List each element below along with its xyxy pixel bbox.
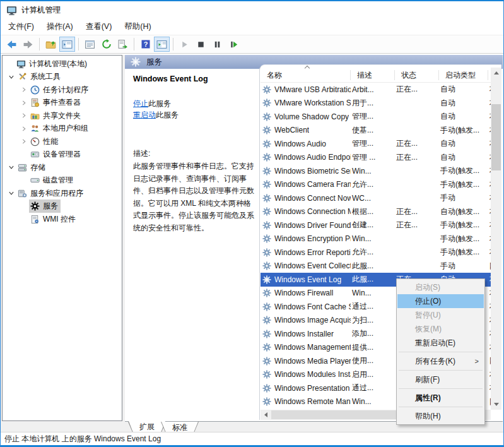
service-row[interactable]: VMware USB Arbitration ... Arbit... 正在..…: [261, 83, 491, 97]
toolbar-separator: [173, 38, 173, 51]
tree-item[interactable]: 计算机管理(本地): [3, 57, 122, 71]
service-name: VMware Workstation Ser...: [274, 98, 351, 107]
menu-file[interactable]: 文件(F): [2, 19, 40, 35]
service-status-cell: 正在...: [395, 152, 439, 163]
stop-service-link[interactable]: 停止: [133, 99, 148, 108]
tree-expander-icon[interactable]: [19, 124, 29, 133]
service-gear-icon: [262, 384, 271, 393]
context-menu-item[interactable]: 帮助(H) >: [397, 409, 484, 423]
toolbar-separator: [78, 38, 79, 51]
service-row[interactable]: Windows Connection Ma... 根据... 正在... 自动(…: [261, 205, 491, 219]
service-gear-icon: [262, 370, 271, 379]
tree-expander-icon[interactable]: [19, 137, 29, 146]
service-description-cell: 使用...: [351, 355, 395, 366]
vertical-scrollbar-thumb[interactable]: [491, 104, 501, 170]
tree-item[interactable]: 存储: [3, 161, 122, 174]
tree-expander-icon[interactable]: [19, 85, 29, 94]
service-description-cell: 通过...: [351, 301, 395, 312]
pause-service-icon[interactable]: [209, 37, 225, 52]
tree-item[interactable]: 磁盘管理: [3, 174, 122, 188]
tree-item[interactable]: 任务计划程序: [3, 83, 122, 97]
tree-item-icon: [18, 163, 27, 172]
help-icon[interactable]: [138, 37, 153, 52]
service-row[interactable]: Windows Encryption Pro... Win... 手动(触发..…: [261, 232, 491, 246]
tree-expander-icon[interactable]: [19, 98, 29, 107]
scroll-up-icon[interactable]: [491, 68, 501, 78]
tree-item[interactable]: WMI 控件: [3, 213, 122, 226]
service-name: Windows Audio: [274, 140, 326, 148]
refresh-icon[interactable]: [98, 37, 114, 52]
scroll-down-icon[interactable]: [491, 399, 501, 410]
column-header-description[interactable]: 描述: [351, 70, 395, 80]
context-menu-item[interactable]: 所有任务(K) >: [397, 354, 484, 368]
tree-item[interactable]: 本地用户和组: [3, 122, 122, 136]
service-row[interactable]: Windows Event Collector 此服... 手动 网: [261, 259, 491, 273]
tree-item[interactable]: 设备管理器: [3, 148, 122, 162]
menu-help[interactable]: 帮助(H): [118, 19, 157, 35]
tree-item[interactable]: 共享文件夹: [3, 109, 122, 122]
tree-expander-icon[interactable]: [6, 163, 16, 172]
menu-action[interactable]: 操作(A): [40, 19, 79, 35]
service-row[interactable]: Volume Shadow Copy 管理... 自动 本: [261, 110, 491, 124]
back-icon[interactable]: [4, 37, 20, 52]
tree-item-label: 本地用户和组: [43, 123, 88, 134]
vertical-scrollbar[interactable]: [491, 68, 501, 410]
tree-item-icon: [18, 72, 27, 81]
service-description-cell: 允许...: [351, 179, 395, 190]
menu-view[interactable]: 查看(V): [79, 19, 119, 35]
service-row[interactable]: Windows Error Reportin... 允许... 手动(触发...…: [261, 246, 491, 259]
tree-expander-icon[interactable]: [6, 73, 16, 81]
tree-item[interactable]: 服务: [3, 200, 122, 213]
tree-item-label: 磁盘管理: [43, 175, 73, 186]
tree-item[interactable]: 系统工具: [3, 71, 122, 84]
start-service-icon[interactable]: [177, 37, 192, 52]
context-menu-item[interactable]: 属性(R) >: [397, 391, 484, 405]
service-row[interactable]: Windows Biometric Servi... Win... 手动(触发.…: [261, 164, 491, 178]
toolbar: [1, 35, 503, 54]
up-one-level-icon[interactable]: [43, 37, 59, 52]
service-gear-icon: [262, 316, 271, 325]
toolbar-separator: [134, 38, 134, 51]
show-console-tree-icon[interactable]: [59, 37, 75, 52]
service-gear-icon: [262, 234, 271, 243]
context-menu-item[interactable]: 暂停(U) >: [397, 308, 484, 322]
service-description-cell: 管理...: [351, 111, 395, 122]
service-name: Windows Event Log: [274, 275, 341, 284]
service-description-cell: 管理...: [351, 138, 395, 149]
service-row[interactable]: VMware Workstation Ser... 用于... 自动 本: [261, 97, 491, 110]
context-menu-item[interactable]: 停止(O) >: [397, 294, 484, 308]
tree-expander-icon[interactable]: [19, 111, 29, 120]
service-startup-type-cell: 自动: [439, 84, 488, 95]
properties-icon[interactable]: [82, 37, 98, 52]
restart-service-link[interactable]: 重启动: [133, 110, 156, 119]
forward-icon[interactable]: [20, 37, 36, 52]
service-row[interactable]: Windows Driver Foundati... 创建... 正在... 手…: [261, 218, 491, 232]
column-header-name[interactable]: 名称: [261, 70, 351, 80]
context-menu-item[interactable]: 启动(S) >: [397, 280, 484, 294]
service-row[interactable]: Windows Audio 管理... 正在... 自动 本: [261, 137, 491, 151]
service-row[interactable]: Windows Connect Now -... WC... 手动 本: [261, 191, 491, 205]
tree-expander-icon[interactable]: [6, 189, 16, 198]
context-menu-item[interactable]: 恢复(M) >: [397, 322, 484, 336]
tree-item[interactable]: 事件查看器: [3, 97, 122, 110]
tree-item[interactable]: 性能: [3, 135, 122, 148]
scroll-left-icon[interactable]: [261, 410, 271, 420]
restart-service-icon[interactable]: [226, 37, 242, 52]
show-action-pane-icon[interactable]: [154, 37, 170, 52]
context-menu-item[interactable]: 重新启动(E) >: [397, 336, 484, 350]
description-label: 描述:: [133, 148, 253, 159]
service-name: Windows Biometric Servi...: [274, 167, 351, 176]
column-header-status[interactable]: 状态: [395, 70, 439, 80]
column-header-startup-type[interactable]: 启动类型: [439, 70, 488, 80]
service-row[interactable]: Windows Camera Frame ... 允许... 手动(触发... …: [261, 178, 491, 192]
context-menu-item[interactable]: 刷新(F) >: [397, 372, 484, 386]
stop-service-icon[interactable]: [193, 37, 209, 52]
service-row[interactable]: WebClient 使基... 手动(触发... 本: [261, 124, 491, 138]
service-startup-type-cell: 自动: [439, 138, 488, 149]
service-name: WebClient: [274, 126, 309, 134]
export-list-icon[interactable]: [115, 37, 131, 52]
service-description-cell: 此服...: [351, 274, 395, 285]
service-row[interactable]: Windows Audio Endpoint... 管理 ... 正在... 自…: [261, 151, 491, 165]
context-menu-item-label: 恢复(M): [415, 324, 442, 335]
tree-item[interactable]: 服务和应用程序: [3, 187, 122, 200]
